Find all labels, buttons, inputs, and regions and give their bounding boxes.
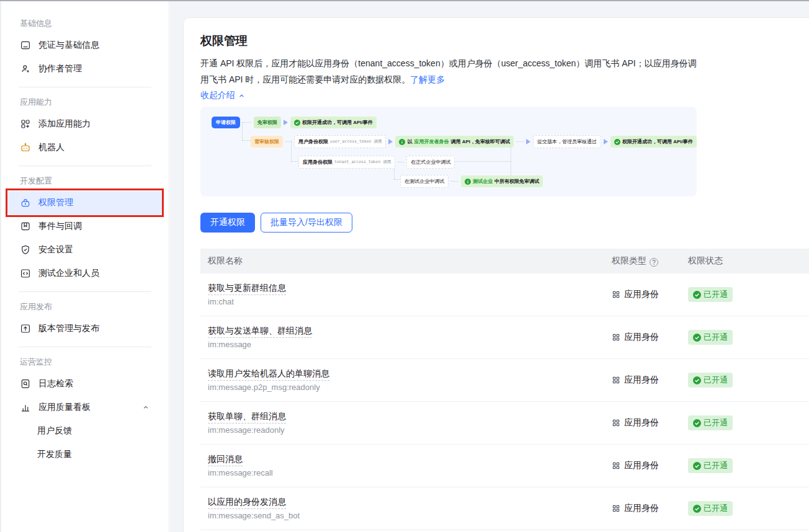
batch-import-export-button[interactable]: 批量导入/导出权限 (261, 213, 352, 233)
sidebar-section-basic-info: 基础信息 (1, 17, 169, 30)
sidebar-item-label: 机器人 (38, 142, 65, 153)
permission-name[interactable]: 获取与发送单聊、群组消息 (208, 326, 312, 338)
flow-connector (285, 141, 292, 142)
sidebar-section-app-release: 应用发布 (1, 301, 169, 313)
sidebar-item-label: 版本管理与发布 (38, 323, 99, 334)
permissions-table: 权限名称 权限类型? 权限状态 获取与更新群组信息 im:chat 应用身份 已… (200, 249, 809, 530)
shield-check-icon (20, 244, 31, 255)
column-permission-type: 权限类型? (612, 255, 688, 267)
permission-flow-diagram: 申请权限 免审权限 权限开通成功，可调用 API/事件 需审核权限 用户身份权限… (200, 107, 697, 197)
status-badge: 已开通 (688, 330, 733, 345)
flow-node-dev-debug: 以应用开发者身份调用 API，免审核即可调试 (395, 136, 514, 148)
permission-name[interactable]: 撤回消息 (208, 454, 243, 466)
open-permission-button[interactable]: 开通权限 (200, 213, 255, 233)
flow-node-submit-version: 提交版本，管理员审核通过 (533, 135, 601, 148)
flow-node-test-free-audit: 测试企业中所有权限免审调试 (461, 175, 543, 187)
status-badge: 已开通 (688, 373, 733, 388)
sidebar-item-user-feedback[interactable]: 用户反馈 (7, 419, 163, 443)
sidebar-item-events-callbacks[interactable]: 事件与回调 (7, 215, 163, 238)
sidebar-item-permission-management[interactable]: 权限管理 (7, 191, 163, 215)
check-circle-icon (614, 139, 620, 145)
sidebar: 基础信息 凭证与基础信息 协作者管理 应用能力 添加应用能力 机器人 开发配置 … (0, 1, 169, 532)
flow-connector (394, 179, 400, 180)
permission-name[interactable]: 获取与更新群组信息 (208, 283, 286, 295)
check-circle-icon (294, 120, 300, 126)
sidebar-item-credentials[interactable]: 凭证与基础信息 (7, 33, 163, 57)
help-question-icon[interactable]: ? (650, 258, 658, 267)
page-description: 开通 API 权限后，应用才能以应用身份（tenant_access_token… (200, 55, 697, 87)
person-add-icon (20, 63, 31, 74)
learn-more-link[interactable]: 了解更多 (410, 74, 445, 84)
sidebar-item-bot[interactable]: 机器人 (7, 136, 163, 159)
flow-connector (447, 161, 511, 162)
permission-type: 应用身份 (624, 332, 659, 343)
grid-add-icon (20, 118, 31, 130)
table-row: 以应用的身份发消息 im:message:send_as_bot 应用身份 已开… (200, 487, 809, 530)
sidebar-divider (19, 166, 151, 166)
grid-icon (612, 376, 620, 384)
flow-connector (243, 122, 251, 123)
flow-node-debug-test: 在测试企业中调试 (400, 175, 449, 188)
permission-code: im:message:readonly (208, 425, 612, 435)
grid-icon (612, 419, 620, 427)
grid-icon (612, 504, 620, 513)
check-circle-icon (693, 505, 701, 513)
flow-node-success-top: 权限开通成功，可调用 API/事件 (290, 117, 377, 128)
column-permission-status: 权限状态 (688, 255, 809, 267)
permission-name[interactable]: 读取用户发给机器人的单聊消息 (208, 368, 329, 381)
grid-icon (612, 333, 620, 342)
info-circle-icon (465, 179, 471, 185)
sidebar-item-quality-dashboard[interactable]: 应用质量看板 (7, 396, 163, 419)
table-row: 获取与发送单聊、群组消息 im:message 应用身份 已开通 (200, 316, 809, 359)
sidebar-item-version-release[interactable]: 版本管理与发布 (7, 317, 163, 340)
sidebar-item-add-capability[interactable]: 添加应用能力 (7, 112, 163, 136)
sidebar-item-label: 开发质量 (37, 449, 72, 460)
status-badge: 已开通 (688, 415, 733, 430)
column-permission-name: 权限名称 (200, 255, 612, 267)
table-row: 撤回消息 im:message:recall 应用身份 已开通 (200, 445, 809, 487)
sidebar-item-label: 应用质量看板 (38, 402, 91, 413)
sidebar-divider (19, 347, 151, 347)
check-circle-icon (693, 291, 701, 299)
flow-connector (398, 162, 404, 162)
event-callback-icon (20, 221, 31, 232)
permission-name[interactable]: 以应用的身份发消息 (208, 497, 286, 509)
arrow-right-icon (604, 139, 608, 144)
sidebar-item-collaborators[interactable]: 协作者管理 (7, 57, 163, 81)
table-header: 权限名称 权限类型? 权限状态 (200, 249, 809, 273)
sidebar-item-dev-quality[interactable]: 开发质量 (7, 443, 163, 466)
sidebar-item-test-company[interactable]: 测试企业和人员 (7, 262, 163, 285)
flow-node-need-audit: 需审核权限 (251, 136, 283, 148)
permission-type: 应用身份 (624, 417, 659, 428)
flow-connector (516, 141, 524, 142)
permission-name[interactable]: 获取单聊、群组消息 (208, 411, 286, 423)
grid-icon (612, 290, 620, 299)
table-row: 读取用户发给机器人的单聊消息 im:message.p2p_msg:readon… (200, 359, 809, 402)
chevron-up-icon (238, 92, 246, 100)
log-search-icon (20, 378, 31, 389)
flow-node-user-scope: 用户身份权限user_access_token 调用 (294, 135, 386, 148)
flow-connector (242, 140, 251, 141)
publish-icon (20, 323, 31, 334)
robot-icon (20, 142, 31, 153)
arrow-right-icon (388, 139, 393, 144)
sidebar-section-dev-config: 开发配置 (1, 175, 169, 187)
flow-node-debug-formal: 在正式企业中调试 (406, 156, 455, 169)
main-area: 权限管理 开通 API 权限后，应用才能以应用身份（tenant_access_… (170, 1, 809, 532)
permission-code: im:chat (208, 297, 612, 306)
status-badge: 已开通 (688, 287, 733, 302)
collapse-intro-link[interactable]: 收起介绍 (200, 90, 246, 101)
status-badge: 已开通 (688, 501, 733, 516)
flow-connector (451, 181, 458, 182)
check-circle-icon (693, 376, 701, 384)
sidebar-item-label: 日志检索 (38, 378, 73, 389)
sidebar-item-label: 安全设置 (38, 244, 73, 255)
code-square-icon (20, 268, 31, 279)
check-circle-icon (693, 462, 701, 470)
flow-node-no-audit: 免审权限 (254, 117, 281, 128)
chevron-up-icon[interactable] (141, 403, 150, 412)
sidebar-section-operation-monitor: 运营监控 (1, 356, 169, 368)
sidebar-item-label: 添加应用能力 (38, 118, 91, 130)
sidebar-item-security-settings[interactable]: 安全设置 (7, 238, 163, 262)
sidebar-item-log-search[interactable]: 日志检索 (7, 372, 163, 396)
